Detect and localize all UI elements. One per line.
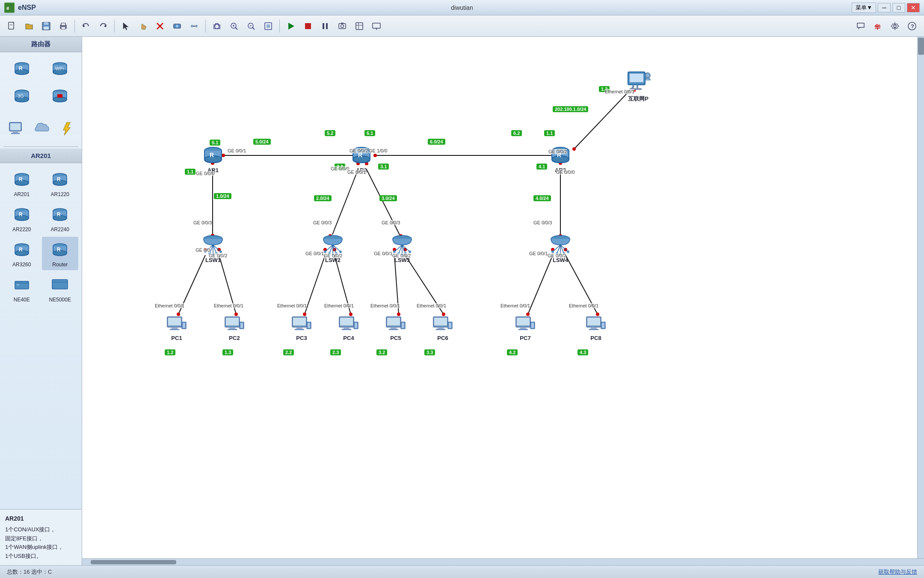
tb-settings[interactable]	[887, 18, 903, 34]
node-pc1[interactable]: PC1	[166, 314, 188, 341]
network-lines	[82, 37, 917, 558]
menu-button[interactable]: 菜单▼	[852, 3, 876, 13]
port-lsw1-ge00: GE 0/0	[195, 247, 210, 253]
port-lsw4-ge001: GE 0/0/1	[529, 251, 548, 256]
svg-text:WiFi: WiFi	[55, 66, 64, 71]
maximize-button[interactable]: □	[892, 3, 905, 12]
svg-rect-192	[168, 318, 181, 325]
canvas-hscrollbar[interactable]	[82, 558, 924, 565]
svg-text:R: R	[19, 212, 23, 217]
port-internet-eth: Ethernet 0/0/1	[605, 89, 634, 94]
port-pc8-eth: Ethernet 0/0/1	[569, 303, 598, 308]
tb-stop[interactable]	[300, 18, 316, 34]
ar201-scroll[interactable]: R AR201 R AR1220 R AR2220	[0, 163, 82, 509]
node-ar2[interactable]: R AR2	[349, 143, 373, 173]
minimize-button[interactable]: ─	[878, 3, 891, 12]
svg-rect-205	[296, 327, 302, 329]
tb-zoomout[interactable]	[243, 18, 259, 34]
app-name: eNSP	[18, 4, 36, 12]
node-lsw3[interactable]: LSW3	[390, 233, 414, 263]
tb-device[interactable]	[169, 18, 185, 34]
label-pc3: PC3	[296, 335, 307, 341]
tb-screen[interactable]	[369, 18, 384, 34]
device-item-cloud[interactable]	[29, 116, 53, 141]
device-item-power[interactable]	[55, 116, 79, 141]
tb-open[interactable]	[21, 18, 37, 34]
svg-text:R: R	[19, 66, 23, 72]
tb-new[interactable]	[4, 18, 20, 34]
node-lsw2[interactable]: LSW2	[321, 233, 345, 263]
label-ar3260: AR3260	[12, 262, 31, 268]
port-lsw1-ge002: GE 0/0/2	[209, 253, 227, 258]
node-pc2[interactable]: PC2	[223, 314, 246, 341]
node-ar3[interactable]: R AR3	[548, 143, 572, 173]
device-item-pc-small[interactable]	[3, 116, 27, 141]
info-text: 1个CON/AUX接口， 固定8FE接口， 1个WAN侧uplink接口， 1个…	[5, 525, 77, 561]
svg-rect-220	[402, 323, 404, 328]
tb-select[interactable]	[118, 18, 133, 34]
device-item-ar3260[interactable]: R AR3260	[3, 237, 40, 270]
svg-point-16	[176, 25, 178, 27]
svg-rect-210	[340, 318, 353, 325]
label-pc4: PC4	[343, 335, 354, 341]
tb-huawei[interactable]: 华	[870, 18, 886, 34]
device-item-ne5000e[interactable]: NE5000E	[42, 272, 79, 305]
tb-link[interactable]	[187, 18, 202, 34]
node-pc3[interactable]: PC3	[290, 314, 313, 341]
node-pc4[interactable]: PC4	[338, 314, 360, 341]
node-lsw4[interactable]: LSW4	[548, 233, 572, 263]
port-lsw2-ge002: GE 0/0/2	[324, 253, 342, 258]
device-item-ar201[interactable]: R AR201	[3, 167, 40, 200]
node-pc8[interactable]: PC8	[585, 314, 607, 341]
svg-rect-208	[308, 323, 310, 328]
device-item-wifi[interactable]: WiFi	[42, 56, 79, 81]
svg-rect-5	[44, 22, 48, 25]
tb-redo[interactable]	[95, 18, 111, 34]
sep3	[205, 20, 206, 33]
badge-2-2: 2.2	[283, 349, 294, 355]
tb-help[interactable]: ?	[904, 18, 920, 34]
tb-print[interactable]	[56, 18, 71, 34]
tb-fit[interactable]	[261, 18, 276, 34]
device-item-flag[interactable]	[42, 83, 79, 109]
tb-chat[interactable]	[853, 18, 868, 34]
device-item-router[interactable]: R Router	[42, 237, 79, 270]
tb-save[interactable]	[38, 18, 54, 34]
port-pc6-eth: Ethernet 0/0/1	[417, 303, 446, 308]
node-pc5[interactable]: PC5	[385, 314, 407, 341]
status-right[interactable]: 获取帮助与反馈	[878, 568, 917, 576]
canvas-area[interactable]: R AR1 R AR2 R AR3	[82, 37, 924, 565]
svg-rect-202	[240, 323, 243, 328]
device-item-3g[interactable]: 3G	[3, 83, 40, 109]
device-item-ar1220[interactable]: R AR1220	[42, 167, 79, 200]
tb-capture[interactable]	[209, 18, 225, 34]
tb-zoomin[interactable]	[226, 18, 242, 34]
close-button[interactable]: ✕	[907, 3, 920, 12]
port-pc3-eth: Ethernet 0/0/1	[277, 303, 307, 308]
tb-start[interactable]	[283, 18, 299, 34]
svg-rect-214	[355, 323, 357, 328]
node-pc6[interactable]: PC6	[432, 314, 454, 341]
tb-topology[interactable]	[352, 18, 367, 34]
svg-line-91	[332, 170, 358, 235]
misc-device-grid	[0, 112, 82, 145]
tb-delete[interactable]	[152, 18, 168, 34]
tb-undo[interactable]	[78, 18, 94, 34]
node-internet[interactable]: 互联网P	[625, 68, 652, 103]
tb-hand[interactable]	[135, 18, 151, 34]
svg-text:R: R	[19, 176, 23, 182]
device-item-ar-r[interactable]: R	[3, 56, 40, 81]
left-panel: 路由器 R WiFi 3G	[0, 37, 82, 565]
device-item-ar2240[interactable]: R AR2240	[42, 202, 79, 235]
node-pc7[interactable]: PC7	[514, 314, 536, 341]
tb-pause[interactable]	[317, 18, 333, 34]
badge-6-0-24: 6.0/24	[428, 139, 445, 145]
router-icon-ar2: R	[349, 143, 373, 167]
tb-snapshot[interactable]	[335, 18, 350, 34]
svg-text:R: R	[210, 152, 214, 158]
device-item-ne40e[interactable]: NE40E	[3, 272, 40, 305]
device-item-ar2220[interactable]: R AR2220	[3, 202, 40, 235]
label-ar2240: AR2240	[51, 226, 69, 232]
node-ar1[interactable]: R AR1	[201, 143, 225, 173]
badge-4-1: 4.1	[536, 164, 547, 170]
